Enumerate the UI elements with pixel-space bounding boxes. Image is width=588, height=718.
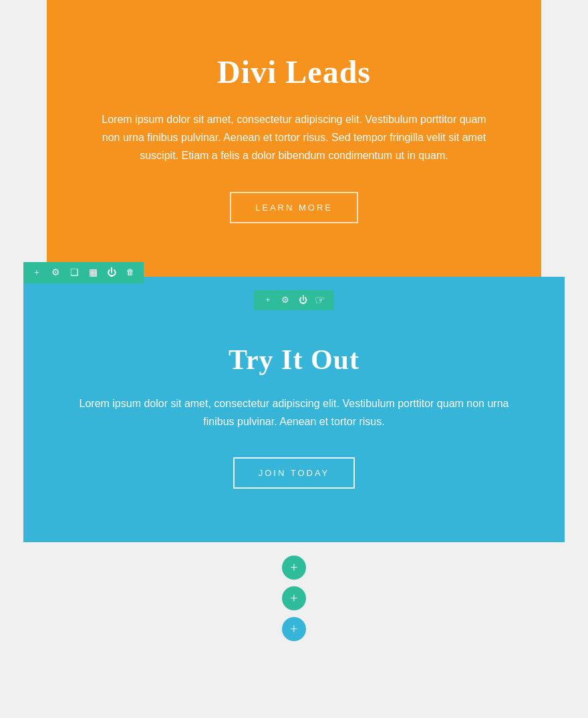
section-blue: ☞ Try It Out Lorem ipsum dolor sit amet,…: [23, 277, 565, 542]
module-cursor-icon[interactable]: ☞: [314, 294, 326, 306]
section2-body: Lorem ipsum dolor sit amet, consectetur …: [67, 394, 521, 431]
add-buttons-container: + + +: [0, 542, 588, 654]
toolbar-plus-icon[interactable]: [30, 266, 43, 279]
section1-title: Divi Leads: [74, 53, 514, 90]
toolbar-power-icon[interactable]: [105, 266, 118, 279]
section2-title: Try It Out: [50, 344, 538, 376]
section1-body: Lorem ipsum dolor sit amet, consectetur …: [100, 110, 488, 165]
module-power-icon[interactable]: [297, 294, 309, 306]
toolbar-grid-icon[interactable]: [86, 266, 100, 279]
section-toolbar: [23, 262, 144, 283]
section2-outer: ☞ Try It Out Lorem ipsum dolor sit amet,…: [23, 277, 565, 542]
learn-more-button[interactable]: LEARN MORE: [230, 192, 358, 223]
module-gear-icon[interactable]: [279, 294, 291, 306]
section-orange: Divi Leads Lorem ipsum dolor sit amet, c…: [47, 0, 541, 277]
toolbar-gear-icon[interactable]: [49, 266, 62, 279]
module-plus-icon[interactable]: [262, 294, 274, 306]
add-button-1[interactable]: +: [282, 556, 306, 580]
page-wrapper: Divi Leads Lorem ipsum dolor sit amet, c…: [0, 0, 588, 654]
module-toolbar: ☞: [254, 290, 334, 310]
join-today-button[interactable]: JOIN TODAY: [233, 457, 355, 489]
add-button-2[interactable]: +: [282, 586, 306, 610]
toolbar-trash-icon[interactable]: [124, 266, 137, 279]
toolbar-copy-icon[interactable]: [67, 266, 81, 279]
add-button-3[interactable]: +: [282, 617, 306, 641]
